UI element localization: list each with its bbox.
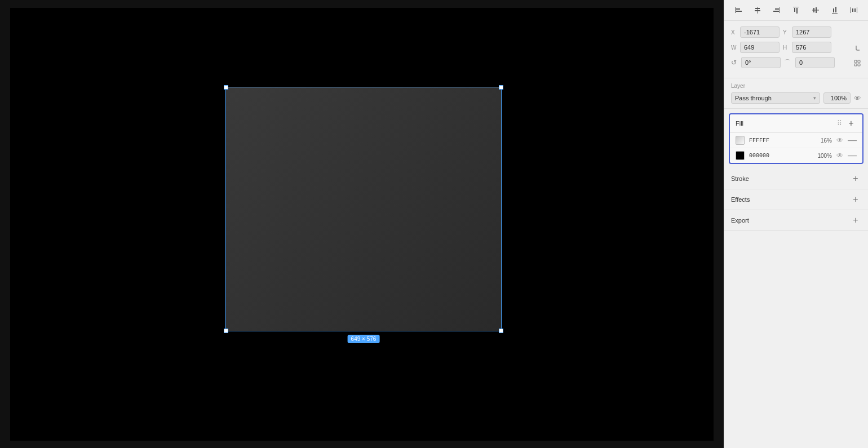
corner-input[interactable] — [795, 57, 835, 68]
fill-add-button[interactable]: + — [845, 118, 857, 129]
fill-item-0: FFFFFF 16% 👁 — — [730, 133, 862, 148]
stroke-section[interactable]: Stroke + — [724, 168, 868, 189]
svg-rect-20 — [852, 8, 853, 12]
opacity-input[interactable] — [823, 92, 851, 104]
fill-visibility-1[interactable]: 👁 — [836, 152, 843, 159]
canvas-area: 649 × 576 — [0, 0, 724, 448]
distribute-button[interactable] — [847, 3, 861, 17]
fill-section: Fill ⠿ + FFFFFF 16% 👁 — 000000 100% 👁 — — [729, 113, 863, 164]
fill-remove-0[interactable]: — — [848, 136, 857, 145]
handle-top-right[interactable] — [499, 85, 503, 90]
fill-opacity-0: 16% — [815, 137, 832, 144]
handle-bottom-right[interactable] — [499, 329, 503, 333]
svg-rect-13 — [813, 8, 814, 12]
align-right-button[interactable] — [770, 3, 783, 17]
stroke-title: Stroke — [731, 175, 850, 182]
stroke-add-button[interactable]: + — [850, 173, 861, 184]
svg-rect-0 — [735, 7, 736, 13]
svg-rect-7 — [775, 8, 779, 10]
expand-corners-button[interactable] — [853, 58, 861, 67]
align-bottom-button[interactable] — [828, 3, 842, 17]
effects-section[interactable]: Effects + — [724, 189, 868, 210]
effects-title: Effects — [731, 196, 850, 203]
export-add-button[interactable]: + — [850, 215, 861, 226]
selected-element[interactable]: 649 × 576 — [225, 87, 502, 331]
constrain-proportions-button[interactable] — [853, 43, 861, 52]
angle-corner-row: ↺ ⌒ — [731, 57, 861, 68]
fill-opacity-1: 100% — [815, 153, 832, 159]
svg-rect-5 — [755, 10, 760, 11]
size-badge: 649 × 576 — [348, 335, 380, 343]
svg-rect-14 — [816, 7, 817, 13]
x-input[interactable] — [740, 26, 780, 38]
canvas-viewport: 649 × 576 — [10, 8, 714, 441]
fill-title: Fill — [736, 120, 837, 127]
layer-visibility-icon[interactable]: 👁 — [854, 94, 861, 103]
h-input[interactable] — [792, 42, 831, 53]
handle-bottom-left[interactable] — [224, 329, 228, 333]
effects-add-button[interactable]: + — [850, 194, 861, 205]
svg-rect-19 — [857, 7, 857, 13]
w-input[interactable] — [740, 42, 780, 53]
wh-row: W H — [731, 42, 861, 53]
svg-rect-23 — [858, 60, 860, 63]
fill-remove-1[interactable]: — — [848, 151, 857, 160]
svg-rect-8 — [773, 11, 779, 12]
svg-rect-4 — [755, 8, 760, 9]
layer-label: Layer — [731, 83, 861, 89]
blend-mode-chevron: ▾ — [813, 95, 816, 101]
align-top-button[interactable] — [789, 3, 803, 17]
layer-section: Layer Pass through ▾ 👁 — [724, 78, 868, 109]
svg-rect-11 — [796, 8, 798, 14]
svg-rect-1 — [736, 8, 740, 10]
svg-rect-10 — [794, 8, 795, 12]
fill-drag-icon: ⠿ — [837, 119, 842, 127]
handle-top-left[interactable] — [224, 85, 228, 90]
xy-row: X Y — [731, 26, 861, 38]
corner-icon: ⌒ — [784, 58, 791, 68]
svg-rect-21 — [854, 8, 856, 12]
angle-icon: ↺ — [731, 59, 737, 66]
svg-rect-24 — [854, 64, 857, 66]
fill-color-swatch-1[interactable] — [736, 151, 745, 160]
fill-gradient-icon[interactable] — [736, 136, 745, 145]
svg-rect-18 — [851, 7, 851, 13]
svg-rect-25 — [858, 64, 860, 66]
fill-hex-0: FFFFFF — [749, 137, 811, 144]
svg-rect-9 — [793, 7, 799, 7]
svg-rect-16 — [833, 8, 834, 12]
alignment-toolbar — [724, 0, 868, 21]
svg-rect-17 — [835, 7, 836, 12]
align-center-h-button[interactable] — [751, 3, 764, 17]
position-size-section: X Y W H ↺ ⌒ — [724, 21, 868, 78]
fill-item-1: 000000 100% 👁 — — [730, 148, 862, 163]
align-center-v-button[interactable] — [809, 3, 822, 17]
fill-hex-1: 000000 — [749, 153, 811, 159]
svg-rect-15 — [832, 13, 838, 14]
blend-mode-select[interactable]: Pass through ▾ — [731, 92, 820, 104]
export-title: Export — [731, 217, 850, 224]
fill-visibility-0[interactable]: 👁 — [836, 136, 843, 144]
svg-rect-6 — [780, 7, 780, 13]
x-label: X — [731, 29, 737, 36]
align-left-button[interactable] — [732, 3, 745, 17]
export-section[interactable]: Export + — [724, 210, 868, 231]
fill-header: Fill ⠿ + — [730, 114, 862, 133]
layer-row: Pass through ▾ 👁 — [731, 92, 861, 104]
blend-mode-value: Pass through — [735, 95, 772, 101]
svg-rect-2 — [736, 11, 742, 12]
y-input[interactable] — [792, 26, 831, 38]
y-label: Y — [783, 29, 789, 36]
svg-rect-22 — [854, 60, 857, 63]
h-label: H — [783, 45, 789, 51]
angle-input[interactable] — [741, 57, 781, 68]
w-label: W — [731, 45, 737, 51]
right-panel: X Y W H ↺ ⌒ — [724, 0, 868, 448]
